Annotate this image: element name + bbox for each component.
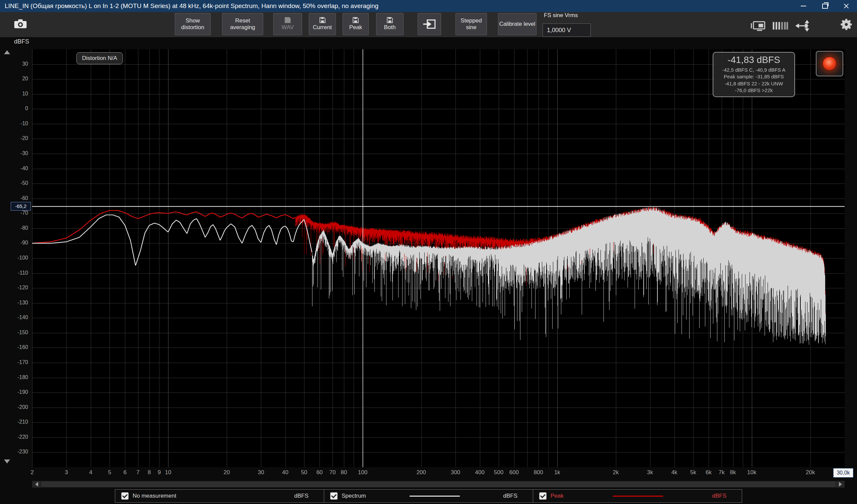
close-button[interactable] [836,0,857,12]
show-distortion-button[interactable]: Show distortion [175,13,211,35]
y-tick-label: 10 [5,91,28,97]
level-readout-above22k: -76,0 dBFS >22k [715,87,793,94]
restore-button[interactable] [814,0,836,12]
fit-view-button[interactable] [792,19,813,33]
save-current-label: Current [313,24,332,31]
fit-arrows-icon [794,19,811,32]
save-current-button[interactable]: Current [309,13,336,35]
scrollbar-thumb[interactable] [41,482,835,487]
screenshot-button[interactable] [13,17,28,31]
spectrum-checkbox[interactable] [330,492,338,500]
horizontal-scrollbar[interactable] [32,481,845,488]
peak-checkbox[interactable] [539,492,547,500]
level-readout-peak-sample: Peak sample: -31,85 dBFS [715,73,793,80]
y-tick-label: -220 [5,434,28,440]
save-peak-button[interactable]: Peak [342,13,369,35]
y-tick-label: -10 [5,120,28,127]
legend-bar: No measurement dBFS Spectrum dBFS Peak d… [115,489,742,503]
meter-bars-icon [772,21,788,31]
meter-display-button[interactable] [771,19,790,33]
legend-no-measurement: No measurement dBFS [115,490,324,502]
x-tick-label: 2 [20,469,44,476]
fs-sine-vrms-input[interactable] [542,23,591,37]
save-wav-button[interactable]: WAV [273,13,302,35]
import-window-icon [423,18,436,30]
x-tick-label: 100 [351,469,374,476]
level-readout-weighted: -42,5 dBFS C, -40,9 dBFS A [715,67,793,73]
settings-button[interactable] [839,17,854,32]
y-tick-label: -70 [5,210,28,216]
monitor-icon [751,20,766,32]
legend-label-peak: Peak [551,493,564,499]
x-tick-label: 20k [799,469,822,476]
scroll-down-icon[interactable] [4,459,10,464]
floppy-disk-icon [386,17,393,23]
legend-spectrum: Spectrum dBFS [324,490,533,502]
y-tick-label: -210 [5,419,28,425]
legend-unit-spectrum: dBFS [503,493,517,499]
save-wav-label: WAV [282,24,294,31]
floppy-disk-icon [284,17,291,23]
record-icon [823,56,837,71]
window-title: LINE_IN (Общая громкость) L on In 1-2 (M… [0,2,379,10]
y-tick-label: -110 [5,270,28,276]
y-tick-label: -140 [5,315,28,320]
legend-unit-peak: dBFS [712,493,726,499]
floppy-disk-icon [352,17,359,23]
no-measurement-checkbox[interactable] [121,492,129,500]
y-tick-label: 20 [5,76,28,82]
save-both-label: Both [384,24,396,31]
fs-sine-vrms-label: FS sine Vrms [544,12,578,19]
scroll-left-icon[interactable] [32,481,41,488]
y-tick-label: -130 [5,300,28,306]
import-button[interactable] [418,13,441,35]
y-tick-label: -230 [5,449,28,455]
y-tick-label: -160 [5,344,28,350]
y-tick-label: -30 [5,150,28,156]
y-tick-label: 30 [5,61,28,67]
legend-line-sample [409,495,460,497]
reset-averaging-button[interactable]: Reset averaging [222,13,263,35]
stepped-sine-button[interactable]: Stepped sine [455,13,487,35]
minimize-button[interactable] [793,0,814,12]
scroll-up-icon[interactable] [4,50,10,54]
close-icon [843,3,849,9]
y-tick-label: -200 [5,404,28,410]
titlebar: LINE_IN (Общая громкость) L on In 1-2 (M… [0,0,857,12]
x-tick-label: 2k [604,469,627,476]
floppy-disk-icon [319,17,326,23]
spectrum-plot[interactable] [32,49,845,467]
x-tick-label: 3 [55,469,78,476]
record-button[interactable] [816,51,843,77]
x-tick-label: 30 [249,469,273,476]
level-readout-box: -41,83 dBFS -42,5 dBFS C, -40,9 dBFS A P… [713,52,795,97]
distortion-status-chip: Distortion N/A [77,52,123,64]
y-tick-label: -40 [5,165,28,171]
restore-icon [822,4,828,9]
level-readout-band: -41,8 dBFS 22 - 22k UNW [715,80,793,87]
legend-label-no-measurement: No measurement [133,493,176,499]
scroll-right-icon[interactable] [836,481,845,488]
cursor-level-label: -65,2 [11,202,31,211]
x-tick-label: 20 [215,469,238,476]
gear-icon [840,18,853,31]
y-tick-label: -120 [5,285,28,291]
y-tick-label: -80 [5,225,28,231]
window-controls [793,0,857,12]
x-tick-label: 10 [156,469,180,476]
y-tick-label: -170 [5,359,28,365]
y-tick-label: -150 [5,330,28,336]
y-tick-label: -180 [5,374,28,381]
x-tick-label: 10k [740,469,763,476]
display-mode-button[interactable] [750,19,768,33]
save-both-button[interactable]: Both [376,13,404,35]
y-tick-label: -60 [5,195,28,201]
camera-icon [14,19,27,29]
y-tick-label: -90 [5,240,28,246]
y-tick-label: -20 [5,135,28,141]
calibrate-level-button[interactable]: Calibrate level [498,13,537,35]
y-axis-unit-label: dBFS [14,38,29,45]
y-tick-label: -50 [5,180,28,186]
x-axis-max-field[interactable]: 30,0k [833,468,853,477]
legend-line-sample [613,495,663,497]
